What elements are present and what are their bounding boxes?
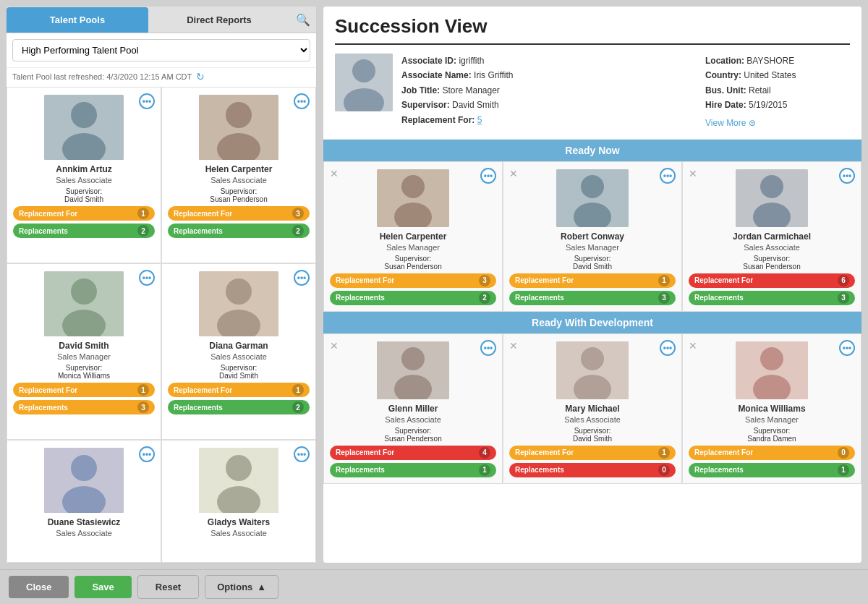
replacement-for-link[interactable]: 5 [477,115,482,125]
badge-row-annkim: Replacement For 1 [13,206,155,221]
close-mary-btn[interactable]: ✕ [509,340,518,352]
s-rf-badge-jordan: Replacement For6 [689,273,855,288]
card-menu-gladys[interactable]: ••• [294,446,310,462]
succession-card-robert[interactable]: ✕ ••• Robert Conway Sales Manager [503,161,682,312]
s-name-mary: Mary Michael [565,404,619,414]
card-menu-diana[interactable]: ••• [294,270,310,286]
talent-grid: ••• Annkim Artuz Sales Associate Supervi… [7,87,316,563]
options-button[interactable]: Options ▲ [205,575,278,599]
s-rf-badge-monica: Replacement For0 [689,446,855,460]
talent-card-annkim[interactable]: ••• Annkim Artuz Sales Associate Supervi… [7,87,161,263]
talent-card-gladys[interactable]: ••• Gladys Waiters Sales Associate [161,440,316,563]
svg-point-16 [226,455,252,481]
succession-card-mary[interactable]: ✕ ••• Mary Michael Sales Associate [503,333,682,484]
replacement-for-badge-david: Replacement For 1 [13,383,155,397]
card-menu-duane[interactable]: ••• [139,446,155,462]
s-photo-helen [377,169,449,227]
talent-title-annkim: Sales Associate [56,176,112,184]
card-menu-helen[interactable]: ••• [294,93,310,109]
talent-supervisor-diana: Supervisor: David Smith [219,364,258,380]
s-title-jordan: Sales Associate [744,243,800,252]
close-helen-btn[interactable]: ✕ [330,168,339,179]
badge-row2-david: Replacements 3 [13,400,155,414]
country-label: Country: [705,70,741,80]
content-area: Talent Pools Direct Reports 🔍 High Perfo… [0,0,868,569]
s-title-mary: Sales Associate [564,415,621,424]
talent-title-diana: Sales Associate [210,352,267,361]
succession-title: Succession View [323,7,861,43]
location-label: Location: [705,56,744,66]
svg-point-19 [352,59,375,82]
replacements-badge-diana: Replacements 2 [168,400,310,414]
s-supervisor-helen: Supervisor: Susan Penderson [384,255,442,271]
s-card-menu-helen[interactable]: ••• [480,168,496,184]
save-button[interactable]: Save [75,576,131,598]
refresh-icon[interactable]: ↻ [196,71,205,82]
talent-name-helen: Helen Carpenter [205,164,273,174]
ready-now-grid: ✕ ••• Helen Carpenter Sales Manager [323,161,861,312]
talent-supervisor-david: Supervisor: Monica Williams [58,364,110,380]
s-r-badge-robert: Replacements3 [509,291,676,305]
svg-point-7 [71,278,97,305]
talent-card-david[interactable]: ••• David Smith Sales Manager Supervisor… [7,263,161,440]
reset-button[interactable]: Reset [137,575,199,599]
card-menu-david[interactable]: ••• [139,270,155,286]
s-title-helen: Sales Manager [386,243,440,252]
s-card-menu-jordan[interactable]: ••• [839,168,855,184]
search-button[interactable]: 🔍 [290,7,316,33]
badge-row-david: Replacement For 1 [13,383,155,397]
s-photo-jordan [736,169,808,227]
s-r-badge-helen: Replacements2 [330,291,496,305]
s-supervisor-jordan: Supervisor: Susan Penderson [743,255,801,271]
s-supervisor-mary: Supervisor: David Smith [573,427,612,443]
s-card-menu-glenn[interactable]: ••• [480,340,496,356]
s-name-robert: Robert Conway [561,231,624,242]
close-monica-btn[interactable]: ✕ [689,340,697,352]
close-robert-btn[interactable]: ✕ [509,168,518,179]
badge-row2-helen: Replacements 2 [168,224,310,238]
svg-point-37 [760,347,783,370]
talent-photo-duane [44,448,124,513]
view-more-link[interactable]: View More ⊜ [705,116,850,130]
tab-direct-reports[interactable]: Direct Reports [148,7,290,33]
profile-info-right: Location: BAYSHORE Country: United State… [705,54,850,130]
succession-card-monica[interactable]: ✕ ••• Monica Williams Sales Manager [682,333,861,484]
succession-card-helen[interactable]: ✕ ••• Helen Carpenter Sales Manager [323,161,503,312]
location-val: BAYSHORE [746,56,794,66]
close-button[interactable]: Close [9,576,69,598]
talent-card-diana[interactable]: ••• Diana Garman Sales Associate Supervi… [161,263,316,440]
s-card-menu-monica[interactable]: ••• [839,340,855,356]
s-photo-robert [556,169,629,227]
talent-name-gladys: Gladys Waiters [208,517,270,527]
ready-now-header: Ready Now [323,140,861,161]
talent-photo-diana [199,271,278,336]
card-menu-annkim[interactable]: ••• [139,93,155,109]
refresh-row: Talent Pool last refreshed: 4/3/2020 12:… [7,68,316,87]
s-supervisor-robert: Supervisor: David Smith [573,255,612,271]
succession-card-glenn[interactable]: ✕ ••• Glenn Miller Sales Associate [323,333,503,484]
tab-talent-pools[interactable]: Talent Pools [7,7,148,33]
s-r-badge-mary: Replacements0 [509,463,676,477]
talent-name-duane: Duane Stasiewicz [48,517,121,527]
talent-name-diana: Diana Garman [209,341,268,351]
job-title-label: Job Title: [401,85,440,95]
succession-card-jordan[interactable]: ✕ ••• Jordan Carmichael Sales Associate [682,161,861,312]
s-card-menu-mary[interactable]: ••• [660,340,676,356]
talent-supervisor-annkim: Supervisor: David Smith [64,187,103,203]
s-card-menu-robert[interactable]: ••• [660,168,676,184]
svg-point-25 [581,175,604,198]
s-name-glenn: Glenn Miller [388,404,438,414]
bottom-bar: Close Save Reset Options ▲ [0,569,868,604]
close-glenn-btn[interactable]: ✕ [330,340,339,352]
talent-card-helen[interactable]: ••• Helen Carpenter Sales Associate Supe… [161,87,316,263]
talent-pool-select[interactable]: High Performing Talent Pool [12,39,310,61]
replacements-badge-helen: Replacements 2 [168,224,310,238]
hire-date-label: Hire Date: [705,100,746,110]
badge-row2-diana: Replacements 2 [168,400,310,414]
svg-point-4 [226,102,252,128]
talent-title-helen: Sales Associate [210,176,267,184]
s-photo-glenn [377,341,449,399]
talent-card-duane[interactable]: ••• Duane Stasiewicz Sales Associate [7,440,161,563]
close-jordan-btn[interactable]: ✕ [689,168,697,179]
talent-title-duane: Sales Associate [56,529,112,537]
